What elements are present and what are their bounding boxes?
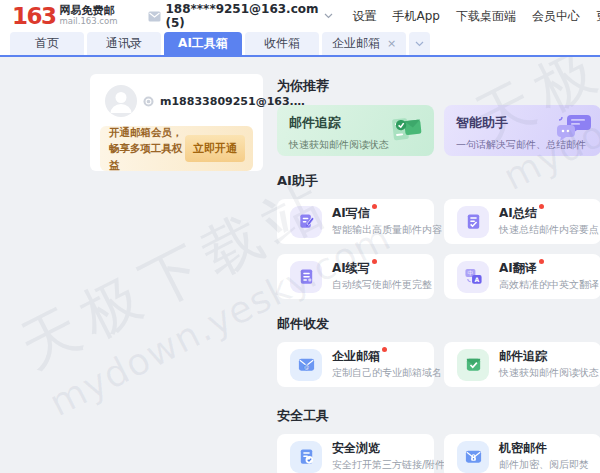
tool-card-mail-tracking[interactable]: 邮件追踪 快速获知邮件阅读状态 <box>444 342 600 387</box>
tab-list-dropdown[interactable] <box>409 32 430 55</box>
svg-text:中: 中 <box>467 270 473 276</box>
svg-text:@: @ <box>303 364 308 370</box>
section-title-mail: 邮件收发 <box>277 315 600 333</box>
chevron-down-icon <box>324 13 333 19</box>
tab-ai-toolbox[interactable]: AI工具箱 <box>164 32 242 55</box>
mail-tools-row: @ 企业邮箱 定制自己的专业邮箱域名 邮件追踪 快速获知邮件阅读状态 <box>277 342 600 387</box>
tool-card-ai-translate[interactable]: 中A AI翻译 高效精准的中英文翻译 <box>444 254 600 299</box>
tool-card-desc: 安全打开第三方链接/附件 <box>332 458 445 472</box>
tab-bar: 首页 通讯录 AI工具箱 收件箱 企业邮箱 × <box>0 32 600 57</box>
tool-card-desc: 快速总结邮件内容要点 <box>499 223 599 237</box>
header-menu: 设置 手机App 下载桌面端 会员中心 更多 <box>353 8 600 25</box>
top-bar: 163 网易免费邮 mail.163.com 188****9251@163.c… <box>0 0 600 32</box>
tab-label: 首页 <box>35 35 59 52</box>
ai-continue-icon <box>290 261 322 293</box>
logo-163-number: 163 <box>12 5 56 28</box>
section-title-ai: AI助手 <box>277 172 600 190</box>
tool-card-secret-mail[interactable]: 机密邮件 邮件加密、阅后即焚 <box>444 434 600 473</box>
tab-enterprise-mail[interactable]: 企业邮箱 × <box>322 32 406 55</box>
tab-label: 通讯录 <box>106 35 142 52</box>
ai-tools-grid: AI写信 智能输出高质量邮件内容 AI总结 快速总结邮件内容要点 <box>277 199 600 299</box>
vip-promo-line1: 开通邮箱会员， <box>109 126 183 138</box>
ai-write-icon <box>290 206 322 238</box>
vip-promo-banner: 开通邮箱会员， 畅享多项工具权益 立即开通 <box>100 126 253 171</box>
new-badge-dot <box>539 259 544 264</box>
envelope-check-icon <box>457 349 489 381</box>
tab-label: 收件箱 <box>264 35 300 52</box>
recommended-card-smart-assistant[interactable]: 智能助手 一句话解决写邮件、总结邮件 <box>444 105 600 156</box>
tab-label: AI工具箱 <box>178 35 228 52</box>
tools-panel: 为你推荐 邮件追踪 快速获知邮件阅读状态 智能助手 一句话解决写邮件、总结邮件 <box>277 57 600 473</box>
menu-item-more[interactable]: 更多 <box>596 8 600 25</box>
menu-item-mobile-app[interactable]: 手机App <box>393 8 440 25</box>
tool-card-title: AI写信 <box>332 206 370 220</box>
new-badge-dot <box>382 347 387 352</box>
tool-card-title: AI翻译 <box>499 261 537 275</box>
account-switcher[interactable]: 188****9251@163.com (5) <box>148 2 333 30</box>
user-row: m18833809251@163.… <box>100 84 253 118</box>
tool-card-desc: 快速获知邮件阅读状态 <box>499 366 599 380</box>
recommended-row: 邮件追踪 快速获知邮件阅读状态 智能助手 一句话解决写邮件、总结邮件 <box>277 105 600 156</box>
tool-card-title: 机密邮件 <box>499 441 547 455</box>
tool-card-ai-summary[interactable]: AI总结 快速总结邮件内容要点 <box>444 199 600 244</box>
tool-card-desc: 邮件加密、阅后即焚 <box>499 458 589 472</box>
document-shield-check-icon <box>290 441 322 473</box>
chevron-down-icon <box>415 41 424 47</box>
menu-item-member-center[interactable]: 会员中心 <box>532 8 580 25</box>
logo-domain: mail.163.com <box>60 17 118 27</box>
envelope-lock-icon <box>457 441 489 473</box>
tab-home[interactable]: 首页 <box>10 32 84 55</box>
vip-promo-line2: 畅享多项工具权益 <box>109 142 183 170</box>
tool-card-desc: 高效精准的中英文翻译 <box>499 278 599 292</box>
163-logo[interactable]: 163 网易免费邮 mail.163.com <box>12 5 118 28</box>
tool-card-ai-write[interactable]: AI写信 智能输出高质量邮件内容 <box>277 199 434 244</box>
tool-card-title: 邮件追踪 <box>499 349 547 363</box>
tool-card-enterprise-mail[interactable]: @ 企业邮箱 定制自己的专业邮箱域名 <box>277 342 434 387</box>
tab-inbox[interactable]: 收件箱 <box>245 32 319 55</box>
tool-card-title: AI总结 <box>499 206 537 220</box>
medal-icon <box>143 92 154 111</box>
tool-card-desc: 定制自己的专业邮箱域名 <box>332 366 442 380</box>
content-area: 天极下载站 mydown.yesky.com 天极下载站 mydown.yesk… <box>0 57 600 473</box>
tool-card-safe-browse[interactable]: 安全浏览 安全打开第三方链接/附件 <box>277 434 434 473</box>
menu-item-settings[interactable]: 设置 <box>353 8 377 25</box>
tool-card-title: AI续写 <box>332 261 370 275</box>
section-title-security: 安全工具 <box>277 407 600 425</box>
svg-text:A: A <box>474 276 479 283</box>
recommended-card-mail-tracking[interactable]: 邮件追踪 快速获知邮件阅读状态 <box>277 105 434 156</box>
tab-label: 企业邮箱 <box>332 35 380 52</box>
sidebar-user-card: m18833809251@163.… 开通邮箱会员， 畅享多项工具权益 立即开通 <box>90 74 263 171</box>
avatar[interactable] <box>105 85 137 117</box>
account-email: 188****9251@163.com (5) <box>166 2 319 30</box>
ai-summary-icon <box>457 206 489 238</box>
envelope-at-icon: @ <box>290 349 322 381</box>
tool-card-desc: 自动续写使邮件更完整 <box>332 278 432 292</box>
ai-translate-icon: 中A <box>457 261 489 293</box>
vip-promo-text: 开通邮箱会员， 畅享多项工具权益 <box>109 124 185 173</box>
tab-contacts[interactable]: 通讯录 <box>87 32 161 55</box>
tool-card-title: 企业邮箱 <box>332 349 380 363</box>
vip-activate-button[interactable]: 立即开通 <box>185 135 245 162</box>
tool-card-ai-continue[interactable]: AI续写 自动续写使邮件更完整 <box>277 254 434 299</box>
security-tools-row: 安全浏览 安全打开第三方链接/附件 机密邮件 邮件加密、阅后即焚 <box>277 434 600 473</box>
section-title-recommended: 为你推荐 <box>277 77 600 95</box>
close-icon[interactable]: × <box>387 38 396 49</box>
envelope-check-icon <box>388 111 426 151</box>
envelope-icon <box>148 11 161 22</box>
new-badge-dot <box>372 259 377 264</box>
chat-bubbles-icon <box>553 112 593 150</box>
new-badge-dot <box>372 204 377 209</box>
webmail-window: 163 网易免费邮 mail.163.com 188****9251@163.c… <box>0 0 600 473</box>
new-badge-dot <box>539 204 544 209</box>
menu-item-desktop-download[interactable]: 下载桌面端 <box>456 8 516 25</box>
tool-card-title: 安全浏览 <box>332 441 380 455</box>
tool-card-desc: 智能输出高质量邮件内容 <box>332 223 442 237</box>
